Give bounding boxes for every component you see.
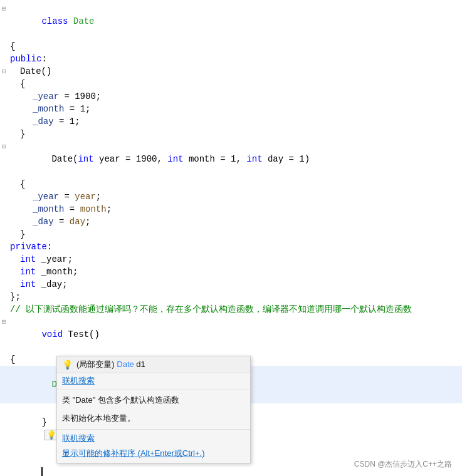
suggestion-header: 💡 (局部变量) Date d1 bbox=[57, 356, 250, 373]
code-line-1: ⊟ class Date bbox=[0, 3, 462, 40]
suggestion-link-1[interactable]: 联机搜索 bbox=[57, 373, 250, 388]
suggestion-link-2[interactable]: 联机搜索 bbox=[57, 431, 250, 446]
code-line-8: _day = 1; bbox=[0, 115, 462, 128]
code-line-18: int _month; bbox=[0, 266, 462, 278]
line-20-content: }; bbox=[8, 291, 462, 303]
line-3-content: public: bbox=[8, 53, 462, 65]
suggestion-bulb-icon: 💡 bbox=[62, 360, 73, 370]
class-name-date: Date bbox=[73, 16, 95, 26]
line-16-content: private: bbox=[8, 241, 462, 253]
line-5-content: { bbox=[8, 78, 462, 90]
suggestion-title-class: Date bbox=[117, 360, 134, 369]
suggestion-title: (局部变量) Date d1 bbox=[76, 359, 145, 370]
line-15-content: } bbox=[8, 228, 462, 241]
suggestion-title-var: d1 bbox=[134, 360, 145, 369]
text-cursor bbox=[41, 467, 43, 476]
line-12-content: _year = year; bbox=[8, 190, 462, 203]
code-line-15: } bbox=[0, 228, 462, 241]
watermark: CSDN @杰信步迈入C++之路 bbox=[354, 459, 452, 470]
suggestion-divider-2 bbox=[57, 429, 250, 430]
code-line-17: int _year; bbox=[0, 253, 462, 266]
code-line-14: _day = day; bbox=[0, 215, 462, 228]
brace-open-1: { bbox=[10, 41, 15, 51]
suggestion-divider-1 bbox=[57, 390, 250, 390]
line-9-content: } bbox=[8, 128, 462, 140]
code-line-11: { bbox=[0, 178, 462, 190]
code-line-19: int _day; bbox=[0, 278, 462, 291]
line-7-content: _month = 1; bbox=[8, 103, 462, 115]
code-line-13: _month = month; bbox=[0, 203, 462, 215]
suggestion-title-pre: (局部变量) bbox=[76, 360, 117, 369]
line-21-content: // 以下测试函数能通过编译吗？不能，存在多个默认构造函数，编译器不知道调用哪一… bbox=[8, 303, 462, 316]
code-line-7: _month = 1; bbox=[0, 103, 462, 115]
line-17-content: int _year; bbox=[8, 253, 462, 266]
line-19-content: int _day; bbox=[8, 278, 462, 291]
line-6-content: _year = 1900; bbox=[8, 90, 462, 103]
code-line-12: _year = year; bbox=[0, 190, 462, 203]
collapse-btn-4[interactable]: ⊟ bbox=[0, 65, 8, 78]
collapse-btn-1[interactable]: ⊟ bbox=[0, 3, 8, 15]
code-line-21: // 以下测试函数能通过编译吗？不能，存在多个默认构造函数，编译器不知道调用哪一… bbox=[0, 303, 462, 316]
line-18-content: int _month; bbox=[8, 266, 462, 278]
kw-public: public bbox=[10, 54, 41, 64]
code-line-6: _year = 1900; bbox=[0, 90, 462, 103]
line-22-content: void Test() bbox=[8, 316, 462, 353]
suggestion-fix-action[interactable]: 显示可能的修补程序 (Alt+Enter或Ctrl+.) bbox=[57, 446, 250, 463]
line-4-content: Date() bbox=[8, 65, 462, 78]
line-13-content: _month = month; bbox=[8, 203, 462, 215]
code-line-2: { bbox=[0, 40, 462, 53]
code-line-10: ⊟ Date(int year = 1900, int month = 1, i… bbox=[0, 140, 462, 178]
code-line-22: ⊟ void Test() bbox=[0, 316, 462, 353]
code-line-16: private: bbox=[0, 241, 462, 253]
line-14-content: _day = day; bbox=[8, 215, 462, 228]
code-line-3: public: bbox=[0, 53, 462, 65]
line-1-content: class Date bbox=[8, 3, 462, 40]
suggestion-error-2: 未初始化本地变量。 bbox=[57, 410, 250, 428]
constructor-default: Date() bbox=[20, 66, 51, 76]
collapse-btn-10[interactable]: ⊟ bbox=[0, 140, 8, 153]
code-line-5: { bbox=[0, 78, 462, 90]
line-10-content: Date(int year = 1900, int month = 1, int… bbox=[8, 140, 462, 178]
code-line-4: ⊟ Date() bbox=[0, 65, 462, 78]
collapse-btn-22[interactable]: ⊟ bbox=[0, 316, 8, 328]
suggestion-popup: 💡 (局部变量) Date d1 联机搜索 类 "Date" 包含多个默认构造函… bbox=[56, 356, 251, 463]
keyword-class: class bbox=[41, 16, 73, 26]
suggestion-error-1: 类 "Date" 包含多个默认构造函数 bbox=[57, 391, 250, 410]
line-8-content: _day = 1; bbox=[8, 115, 462, 128]
code-line-20: }; bbox=[0, 291, 462, 303]
line-11-content: { bbox=[8, 178, 462, 190]
code-line-9: } bbox=[0, 128, 462, 140]
line-2-content: { bbox=[8, 40, 462, 53]
